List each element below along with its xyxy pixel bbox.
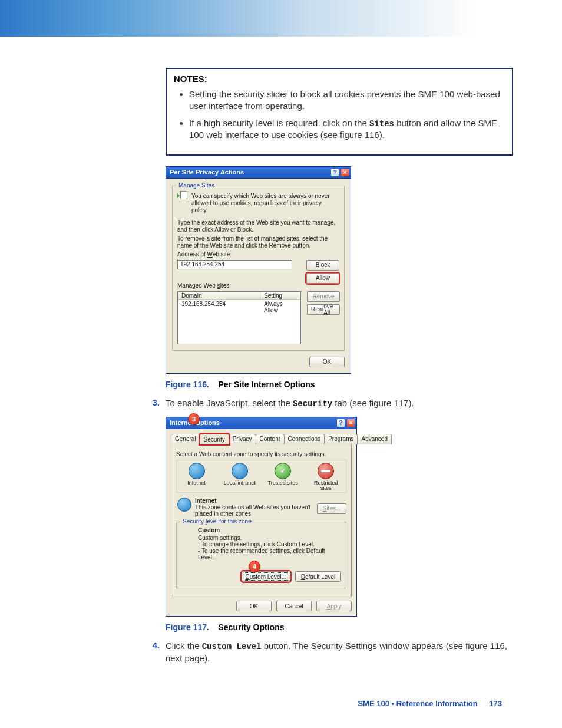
callout-4: 4 xyxy=(249,561,260,572)
content-area: NOTES: Setting the security slider to bl… xyxy=(166,68,513,672)
allow-button[interactable]: Allow xyxy=(306,273,339,284)
cell-setting: Always Allow xyxy=(260,300,300,314)
globe-icon xyxy=(177,498,191,512)
group-legend: Security level for this zone xyxy=(180,518,254,525)
figure-caption: Figure 117. Security Options xyxy=(166,622,513,632)
apply-button[interactable]: Apply xyxy=(316,601,352,611)
step-body: To enable JavaScript, select the Securit… xyxy=(166,397,513,410)
tab-connections[interactable]: Connections xyxy=(284,434,325,444)
step-mono: Security xyxy=(293,399,332,409)
cell-domain: 192.168.254.254 xyxy=(178,300,260,314)
tab-strip: General Security Privacy Content Connect… xyxy=(171,434,352,444)
sites-button[interactable]: Sites... xyxy=(317,503,346,514)
intro-text: You can specify which Web sites are alwa… xyxy=(191,193,339,214)
default-level-button[interactable]: Default Level xyxy=(295,571,341,582)
help-icon[interactable]: ? xyxy=(330,168,339,177)
zone-label: Restricted sites xyxy=(310,480,342,492)
page-number: 173 xyxy=(489,699,502,708)
notes-item: If a high security level is required, cl… xyxy=(189,117,505,141)
cancel-button[interactable]: Cancel xyxy=(276,601,312,611)
zone-name: Internet xyxy=(195,498,217,504)
tab-general[interactable]: General xyxy=(171,434,200,444)
address-col: 192.168.254.254 Managed Web sites: xyxy=(177,260,300,291)
globe-icon xyxy=(232,463,248,479)
notes-pre: If a high security level is required, cl… xyxy=(189,118,369,128)
notes-box: NOTES: Setting the security slider to bl… xyxy=(166,68,513,156)
figure-number: Figure 116. xyxy=(166,380,209,389)
dialog-footer: OK Cancel Apply xyxy=(171,601,352,611)
page-footer: SME 100 • Reference Information 173 xyxy=(358,699,502,708)
block-button[interactable]: Block xyxy=(306,260,339,271)
dialog-footer: OK xyxy=(172,357,345,367)
titlebar-buttons: ? × xyxy=(330,168,349,177)
figure-caption: Figure 116. Per Site Internet Options xyxy=(166,380,513,389)
instruction-text: Type the exact address of the Web site y… xyxy=(177,219,339,233)
zone-desc: This zone contains all Web sites you hav… xyxy=(195,504,310,517)
step-mono: Custom Level xyxy=(202,642,262,651)
step-pre: To enable JavaScript, select the xyxy=(166,398,293,408)
ok-button[interactable]: OK xyxy=(309,357,345,367)
col-domain[interactable]: Domain xyxy=(178,292,260,300)
step-4: 4. Click the Custom Level button. The Se… xyxy=(150,640,513,664)
figure-title: Security Options xyxy=(218,622,284,632)
page: NOTES: Setting the security slider to bl… xyxy=(0,0,562,728)
per-site-privacy-dialog: Per Site Privacy Actions ? × Manage Site… xyxy=(166,166,351,374)
address-label: Address of Web site: xyxy=(177,251,339,258)
managed-sites-list[interactable]: Domain Setting 192.168.254.254 Always Al… xyxy=(177,291,301,344)
custom-level-button[interactable]: Custom Level... xyxy=(242,571,291,582)
zone-label: Internet xyxy=(187,480,206,486)
zone-internet[interactable]: Internet xyxy=(180,463,213,492)
notes-list: Setting the security slider to block all… xyxy=(189,88,505,141)
zone-trusted-sites[interactable]: ✓ Trusted sites xyxy=(267,463,299,492)
privacy-icon xyxy=(177,191,188,199)
address-input[interactable]: 192.168.254.254 xyxy=(177,260,292,269)
custom-line: - To change the settings, click Custom L… xyxy=(198,541,315,548)
internet-options-dialog: Internet Options ? × 3 General Security … xyxy=(166,417,357,617)
step-post: tab (see figure 117). xyxy=(332,398,414,408)
col-setting[interactable]: Setting xyxy=(260,292,300,300)
step-number: 3. xyxy=(150,397,160,410)
check-icon: ✓ xyxy=(275,463,291,479)
top-banner xyxy=(0,0,562,37)
remove-col: Remove Remove All xyxy=(307,291,340,315)
intro-row: You can specify which Web sites are alwa… xyxy=(177,191,339,216)
custom-settings: Custom Custom settings. - To change the … xyxy=(198,527,341,561)
notes-item: Setting the security slider to block all… xyxy=(189,88,505,113)
footer-text: SME 100 • Reference Information xyxy=(358,699,477,708)
remove-all-button[interactable]: Remove All xyxy=(307,304,340,315)
help-icon[interactable]: ? xyxy=(336,419,345,427)
custom-line: - To use the recommended settings, click… xyxy=(198,548,325,561)
zone-info: Internet This zone contains all Web site… xyxy=(177,498,311,517)
tab-privacy[interactable]: Privacy xyxy=(229,434,256,444)
tab-advanced[interactable]: Advanced xyxy=(357,434,391,444)
step-pre: Click the xyxy=(166,641,202,651)
zone-restricted-sites[interactable]: Restricted sites xyxy=(310,463,342,492)
figure-number: Figure 117. xyxy=(166,622,209,632)
ok-button[interactable]: OK xyxy=(236,601,272,611)
tab-security[interactable]: Security xyxy=(200,434,229,444)
dialog-body: Manage Sites You can specify which Web s… xyxy=(166,179,351,374)
list-row: Domain Setting 192.168.254.254 Always Al… xyxy=(177,291,339,344)
dialog-body: 3 General Security Privacy Content Conne… xyxy=(166,429,357,617)
stop-icon xyxy=(318,463,334,479)
tab-programs[interactable]: Programs xyxy=(324,434,358,444)
zone-prompt: Select a Web content zone to specify its… xyxy=(176,451,346,458)
globe-icon xyxy=(189,463,205,479)
block-allow-col: Block Allow xyxy=(306,260,339,284)
table-row[interactable]: 192.168.254.254 Always Allow xyxy=(178,300,300,314)
managed-label: Managed Web sites: xyxy=(177,282,300,289)
zone-local-intranet[interactable]: Local intranet xyxy=(223,463,256,492)
zone-info-text: Internet This zone contains all Web site… xyxy=(195,498,311,517)
close-icon[interactable]: × xyxy=(340,168,349,177)
custom-line: Custom settings. xyxy=(198,535,242,541)
dialog-title: Per Site Privacy Actions xyxy=(170,169,244,176)
instruction-text: To remove a site from the list of manage… xyxy=(177,235,339,249)
custom-title: Custom xyxy=(198,527,341,533)
address-row: 192.168.254.254 Managed Web sites: Block… xyxy=(177,260,339,291)
titlebar[interactable]: Per Site Privacy Actions ? × xyxy=(166,166,351,179)
step-3: 3. To enable JavaScript, select the Secu… xyxy=(150,397,513,410)
step-number: 4. xyxy=(150,640,160,664)
close-icon[interactable]: × xyxy=(346,419,355,427)
remove-button[interactable]: Remove xyxy=(307,291,340,302)
tab-content[interactable]: Content xyxy=(256,434,285,444)
